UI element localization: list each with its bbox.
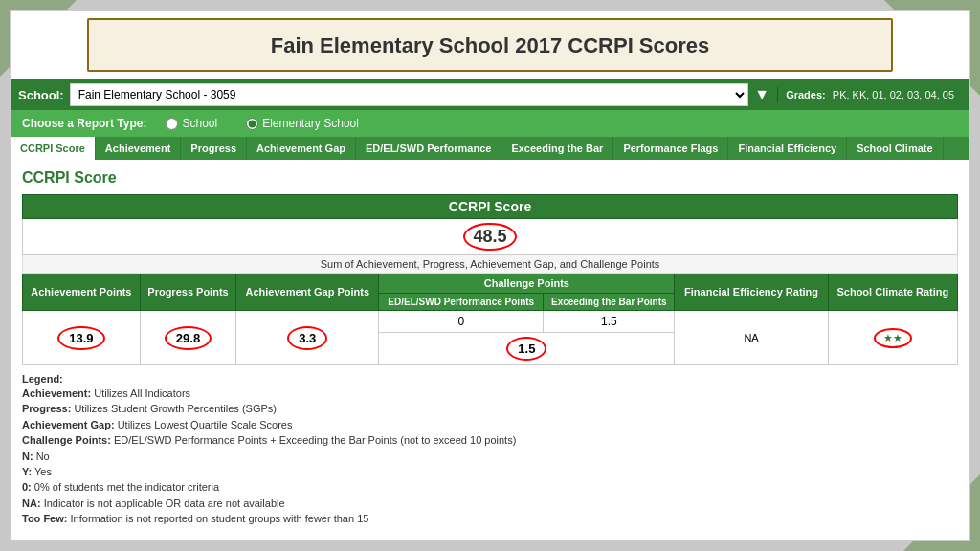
legend-progress-val: Utilizes Student Growth Percentiles (SGP… xyxy=(74,403,277,414)
ccrpi-score-value: 48.5 xyxy=(463,223,516,251)
radio-school-input[interactable] xyxy=(166,118,178,130)
financial-efficiency-value-cell: NA xyxy=(675,311,828,365)
section-title: CCRPI Score xyxy=(22,169,958,187)
page-title: Fain Elementary School 2017 CCRPI Scores xyxy=(87,18,893,72)
report-type-label: Choose a Report Type: xyxy=(22,117,146,130)
ed-el-swd-value: 0 xyxy=(457,315,464,328)
legend-achievement-gap: Achievement Gap: Utilizes Lowest Quartil… xyxy=(22,418,958,432)
legend-challenge-points: Challenge Points: ED/EL/SWD Performance … xyxy=(22,433,958,448)
tab-ccrpi-score[interactable]: CCRPI Score xyxy=(11,137,96,160)
achievement-gap-value-cell: 3.3 xyxy=(236,311,379,365)
tab-ed-el-swd[interactable]: ED/EL/SWD Performance xyxy=(356,137,501,160)
tab-achievement-gap[interactable]: Achievement Gap xyxy=(247,137,356,160)
combined-challenge-cell: 1.5 xyxy=(379,333,675,365)
legend-challenge-val: ED/EL/SWD Performance Points + Exceeding… xyxy=(114,434,516,446)
progress-points-header: Progress Points xyxy=(140,274,235,311)
star-icon-1: ★ xyxy=(883,332,893,343)
legend-zero: 0: 0% of students met the indicator crit… xyxy=(22,480,958,495)
radio-school[interactable]: School xyxy=(166,117,217,130)
ed-el-swd-sub-header: ED/EL/SWD Performance Points xyxy=(379,294,544,311)
achievement-gap-header: Achievement Gap Points xyxy=(236,274,379,311)
legend-y-val: Yes xyxy=(34,466,52,477)
main-container: Fain Elementary School 2017 CCRPI Scores… xyxy=(10,10,970,541)
legend-n-key: N: xyxy=(22,451,33,462)
ccrpi-score-header: CCRPI Score xyxy=(23,195,958,219)
legend-section: Legend: Achievement: Utilizes All Indica… xyxy=(22,373,958,527)
score-table: CCRPI Score 48.5 Sum of Achievement, Pro… xyxy=(22,194,958,365)
dropdown-arrow-icon: ▼ xyxy=(754,86,769,103)
exceeding-bar-value: 1.5 xyxy=(601,315,617,328)
school-label: School: xyxy=(18,88,64,102)
financial-efficiency-value: NA xyxy=(744,332,758,343)
grades-section: Grades: PK, KK, 01, 02, 03, 04, 05 xyxy=(777,87,962,102)
legend-achievement-key: Achievement: xyxy=(22,387,91,399)
achievement-points-value-cell: 13.9 xyxy=(23,311,141,365)
nav-tabs: CCRPI Score Achievement Progress Achieve… xyxy=(11,137,969,160)
report-type-options: School Elementary School xyxy=(166,117,358,130)
tab-achievement[interactable]: Achievement xyxy=(96,137,181,160)
legend-na-key: NA: xyxy=(22,497,41,509)
school-select[interactable]: Fain Elementary School - 3059 xyxy=(70,83,749,106)
legend-toofew-val: Information is not reported on student g… xyxy=(71,513,369,524)
school-climate-value-cell: ★★ xyxy=(828,311,957,365)
progress-points-value: 29.8 xyxy=(165,326,212,350)
legend-toofew-key: Too Few: xyxy=(22,513,67,524)
legend-zero-key: 0: xyxy=(22,481,32,493)
legend-zero-val: 0% of students met the indicator criteri… xyxy=(34,481,219,493)
star-icon-2: ★ xyxy=(893,332,902,343)
school-bar: School: Fain Elementary School - 3059 ▼ … xyxy=(11,79,969,110)
legend-na: NA: Indicator is not applicable OR data … xyxy=(22,496,958,511)
radio-elementary[interactable]: Elementary School xyxy=(246,117,359,130)
financial-efficiency-header: Financial Efficiency Rating xyxy=(675,274,828,311)
grades-value: PK, KK, 01, 02, 03, 04, 05 xyxy=(833,89,954,100)
legend-n: N: No xyxy=(22,450,958,464)
grades-label: Grades: xyxy=(786,89,826,100)
legend-progress-key: Progress: xyxy=(22,403,71,414)
exceeding-bar-value-cell: 1.5 xyxy=(544,311,675,333)
exceeding-bar-sub-header: Exceeding the Bar Points xyxy=(544,294,675,311)
radio-elementary-label: Elementary School xyxy=(262,117,359,130)
tab-progress[interactable]: Progress xyxy=(181,137,247,160)
achievement-points-value: 13.9 xyxy=(57,326,104,350)
legend-challenge-key: Challenge Points: xyxy=(22,434,111,446)
school-climate-stars: ★★ xyxy=(874,328,912,348)
legend-y-key: Y: xyxy=(22,466,32,477)
achievement-gap-value: 3.3 xyxy=(287,326,327,350)
legend-achievement: Achievement: Utilizes All Indicators xyxy=(22,386,958,401)
radio-school-label: School xyxy=(182,117,217,130)
legend-toofew: Too Few: Information is not reported on … xyxy=(22,512,958,526)
ed-el-swd-value-cell: 0 xyxy=(379,311,544,333)
legend-y: Y: Yes xyxy=(22,465,958,479)
school-climate-header: School Climate Rating xyxy=(828,274,957,311)
legend-title: Legend: xyxy=(22,373,958,385)
radio-elementary-input[interactable] xyxy=(246,118,258,130)
tab-performance-flags[interactable]: Performance Flags xyxy=(613,137,728,160)
legend-progress: Progress: Utilizes Student Growth Percen… xyxy=(22,402,958,416)
combined-challenge-value: 1.5 xyxy=(506,337,546,361)
legend-n-val: No xyxy=(36,451,50,462)
legend-achievement-gap-key: Achievement Gap: xyxy=(22,419,115,430)
tab-school-climate[interactable]: School Climate xyxy=(847,137,943,160)
sum-text: Sum of Achievement, Progress, Achievemen… xyxy=(23,255,958,274)
tab-financial-efficiency[interactable]: Financial Efficiency xyxy=(728,137,847,160)
progress-points-value-cell: 29.8 xyxy=(140,311,235,365)
legend-na-val: Indicator is not applicable OR data are … xyxy=(44,497,285,509)
tab-exceeding-bar[interactable]: Exceeding the Bar xyxy=(501,137,613,160)
legend-achievement-val: Utilizes All Indicators xyxy=(94,387,190,399)
content-area: CCRPI Score CCRPI Score 48.5 Sum of Achi… xyxy=(11,160,969,538)
achievement-points-header: Achievement Points xyxy=(23,274,141,311)
challenge-points-header: Challenge Points xyxy=(379,274,675,294)
report-type-bar: Choose a Report Type: School Elementary … xyxy=(11,110,969,137)
ccrpi-score-cell: 48.5 xyxy=(23,219,958,255)
legend-achievement-gap-val: Utilizes Lowest Quartile Scale Scores xyxy=(118,419,293,430)
